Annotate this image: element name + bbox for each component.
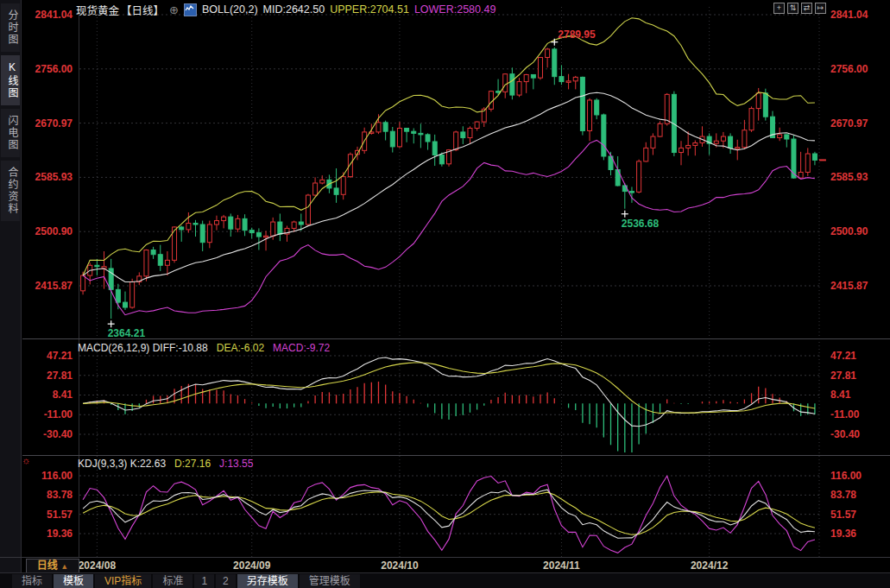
tab-page-2[interactable]: 2 [216, 574, 236, 588]
tab-save-template[interactable]: 另存模板 [237, 574, 298, 588]
svg-text:2789.95: 2789.95 [558, 28, 596, 41]
price-annotations: 2789.952536.682364.21 [108, 28, 660, 339]
tab-standard[interactable]: 标准 [153, 574, 193, 588]
chevron-up-icon: ▲ [60, 562, 68, 571]
kline-app-window: 2789.952536.682364.212841.042756.002670.… [0, 0, 890, 588]
svg-text:2415.87: 2415.87 [830, 280, 868, 292]
svg-text:2500.90: 2500.90 [35, 225, 73, 237]
grid-lines [79, 7, 821, 557]
tab-page-1[interactable]: 1 [194, 574, 214, 588]
svg-text:51.57: 51.57 [47, 509, 73, 521]
svg-text:2841.04: 2841.04 [830, 9, 868, 21]
svg-text:116.00: 116.00 [830, 470, 862, 482]
svg-text:-30.40: -30.40 [830, 428, 860, 440]
sidebar-tab-contract-info[interactable]: 合约资料 [1, 161, 20, 221]
xaxis-row: 日线 ▲ [0, 557, 890, 573]
bottom-toolbar: 指标 模板 VIP指标 标准 1 2 另存模板 管理模板 [0, 572, 890, 588]
svg-text:-11.00: -11.00 [830, 408, 860, 420]
chart-tool-icons: + ⇅ ⇄ ↦ [773, 3, 826, 14]
crosshair-move-icon[interactable]: + [773, 3, 785, 14]
kline-chart-canvas[interactable]: 2789.952536.682364.212841.042756.002670.… [0, 0, 890, 588]
macd-panel [83, 357, 815, 452]
svg-text:2841.04: 2841.04 [35, 9, 73, 21]
symbol-title: 现货黄金 [76, 2, 119, 18]
svg-text:2500.90: 2500.90 [830, 225, 868, 237]
tab-templates[interactable]: 模板 [54, 574, 93, 588]
panel-dividers [22, 339, 890, 456]
kline-mini-icon[interactable] [184, 3, 197, 16]
kdj-j-value: J:13.55 [219, 458, 253, 470]
add-indicator-icon[interactable]: ⊕ [169, 3, 179, 16]
boll-upper-value: UPPER:2704.51 [330, 3, 409, 16]
svg-text:27.81: 27.81 [830, 370, 856, 382]
left-sidebar: 分时图 K线图 闪电图 合约资料 [0, 0, 22, 572]
svg-text:8.41: 8.41 [53, 389, 73, 401]
x-axis-zoom-icon[interactable]: ⇄ [801, 3, 812, 14]
macd-main-label: MACD(26,12,9) DIFF:-10.88 [78, 342, 208, 354]
svg-text:19.36: 19.36 [830, 528, 856, 540]
y-axis-zoom-icon[interactable]: ⇅ [787, 3, 798, 14]
svg-text:116.00: 116.00 [41, 470, 73, 482]
svg-text:2585.93: 2585.93 [35, 171, 73, 183]
macd-label-row: MACD(26,12,9) DIFF:-10.88 DEA:-6.02 MACD… [78, 342, 330, 354]
svg-text:-11.00: -11.00 [44, 408, 73, 420]
kdj-label-row: KDJ(9,3,3) K:22.63 D:27.16 J:13.55 [78, 458, 253, 470]
svg-text:8.41: 8.41 [830, 389, 851, 401]
sidebar-tab-flash-chart[interactable]: 闪电图 [1, 109, 20, 157]
price-axis-left: 2841.042756.002670.972585.932500.902415.… [35, 9, 73, 540]
sidebar-tab-time-chart[interactable]: 分时图 [1, 3, 20, 52]
svg-text:2536.68: 2536.68 [622, 218, 660, 230]
kdj-d-value: D:27.16 [174, 458, 211, 470]
macd-macd-value: MACD:-9.72 [273, 342, 330, 354]
svg-text:2670.97: 2670.97 [830, 117, 868, 130]
candles-group [81, 47, 817, 319]
svg-text:27.81: 27.81 [47, 370, 73, 382]
kdj-k-value: KDJ(9,3,3) K:22.63 [78, 458, 166, 470]
period-selector-button[interactable]: 日线 ▲ [26, 559, 79, 573]
tab-vip-indicators[interactable]: VIP指标 [95, 574, 151, 588]
chart-header: 现货黄金 【日线】 ⊕ BOLL(20,2) MID:2642.50 UPPER… [76, 3, 495, 16]
svg-text:2585.93: 2585.93 [830, 171, 868, 183]
boll-indicator-label: BOLL(20,2) [202, 3, 258, 16]
boll-middle-line [83, 92, 815, 281]
indicator-flash-icon[interactable]: ☼ [22, 455, 30, 465]
macd-dea-value: DEA:-6.02 [217, 342, 264, 354]
svg-text:2670.97: 2670.97 [35, 117, 73, 130]
boll-lower-value: LOWER:2580.49 [414, 3, 496, 16]
sidebar-tab-kline-chart[interactable]: K线图 [1, 55, 20, 105]
period-label: 日线 [37, 560, 58, 572]
kdj-d-line [83, 492, 815, 535]
svg-text:2415.87: 2415.87 [35, 280, 73, 292]
period-bracket-label: 【日线】 [121, 2, 164, 18]
tab-manage-template[interactable]: 管理模板 [300, 574, 360, 588]
price-axis-right: 2841.042756.002670.972585.932500.902415.… [830, 9, 868, 540]
svg-text:83.78: 83.78 [47, 489, 73, 501]
svg-text:47.21: 47.21 [830, 350, 856, 362]
svg-text:19.36: 19.36 [47, 528, 73, 540]
svg-text:2364.21: 2364.21 [108, 327, 146, 339]
svg-text:83.78: 83.78 [830, 489, 856, 501]
boll-upper-line [83, 18, 815, 275]
svg-text:2756.00: 2756.00 [830, 63, 868, 75]
svg-text:-30.40: -30.40 [43, 428, 73, 440]
pan-right-icon[interactable]: ↦ [815, 3, 826, 14]
svg-text:51.57: 51.57 [830, 509, 856, 521]
tab-indicators[interactable]: 指标 [12, 574, 52, 588]
boll-mid-value: MID:2642.50 [263, 3, 325, 16]
svg-text:2756.00: 2756.00 [35, 63, 73, 75]
svg-text:47.21: 47.21 [47, 350, 73, 362]
